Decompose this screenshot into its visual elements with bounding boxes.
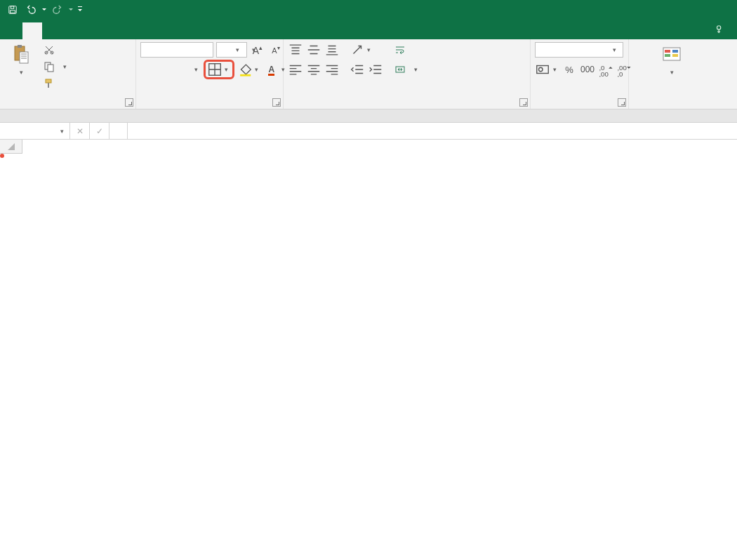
number-dialog-launcher[interactable] [618,98,626,107]
svg-rect-27 [672,54,678,57]
conditional-formatting-button[interactable]: ▾ [633,42,710,76]
number-format-input[interactable] [536,43,609,57]
format-painter-button[interactable] [41,76,69,91]
ribbon-tabs [0,20,737,39]
svg-rect-13 [48,83,49,88]
fill-color-button[interactable]: ▾ [237,62,261,77]
redo-icon[interactable] [49,2,66,18]
tab-home[interactable] [22,22,42,39]
font-dialog-launcher[interactable] [272,98,281,107]
group-font: ▾ ▾ A▴ A▾ ▾ [136,39,284,109]
group-alignment: ▾ [284,39,531,109]
increase-indent-icon[interactable] [368,62,383,77]
undo-icon[interactable] [22,2,39,18]
svg-rect-11 [48,65,53,72]
currency-icon [535,62,550,77]
format-as-table-button[interactable] [713,42,733,69]
cancel-formula-icon[interactable]: ✕ [70,123,90,139]
chevron-down-icon[interactable]: ▾ [365,46,373,53]
chevron-down-icon[interactable]: ▾ [253,66,261,73]
svg-rect-12 [46,79,51,83]
chevron-down-icon[interactable]: ▾ [232,46,244,53]
bold-button[interactable] [140,62,156,77]
group-clipboard-label [4,106,131,109]
decrease-font-icon[interactable]: A▾ [268,42,284,58]
tab-data[interactable] [101,22,121,39]
thousands-icon[interactable]: 000 [580,62,595,77]
orientation-button[interactable]: ▾ [350,42,373,58]
name-box-input[interactable] [3,126,53,136]
svg-rect-25 [665,54,670,57]
fx-icon[interactable] [109,123,128,139]
align-right-icon[interactable] [324,62,340,77]
tab-view[interactable] [140,22,160,39]
copy-button[interactable]: ▾ [41,59,69,74]
chevron-down-icon[interactable]: ▾ [609,46,620,53]
font-size-input[interactable] [217,43,232,57]
enter-formula-icon[interactable]: ✓ [90,123,109,139]
tell-me-search[interactable] [709,20,734,39]
svg-rect-15 [240,74,251,76]
paste-button[interactable]: ▾ [4,42,38,76]
tab-formulas[interactable] [81,22,101,39]
tab-powerpivot[interactable] [180,22,199,39]
tab-review[interactable] [121,22,140,39]
selection-highlight [0,154,4,158]
accounting-format-button[interactable]: ▾ [535,62,559,77]
formula-input[interactable] [128,123,737,139]
borders-button-highlight: ▾ [204,60,234,79]
borders-button[interactable]: ▾ [207,62,231,77]
font-size-combo[interactable]: ▾ [216,42,247,58]
spreadsheet-grid[interactable] [0,140,737,154]
tab-developer[interactable] [160,22,180,39]
paste-dropdown-icon[interactable]: ▾ [20,69,23,76]
svg-rect-24 [665,50,670,53]
svg-rect-1 [11,6,13,9]
chevron-down-icon[interactable]: ▾ [550,66,559,73]
align-left-icon[interactable] [288,62,303,77]
undo-dropdown-icon[interactable] [41,7,48,13]
align-top-icon[interactable] [288,42,303,58]
clipboard-dialog-launcher[interactable] [125,98,133,107]
font-name-combo[interactable]: ▾ [140,42,213,58]
svg-rect-26 [672,50,678,53]
borders-icon [207,62,223,77]
table-icon [713,44,730,66]
qat-customize-icon[interactable] [77,4,83,15]
name-box[interactable]: ▾ [0,123,70,139]
group-number: ▾ ▾ % 000 ,0,00 ,00,0 [531,39,629,109]
svg-text:,0: ,0 [617,70,623,77]
cut-button[interactable] [41,42,69,58]
italic-button[interactable] [159,62,174,77]
increase-decimal-icon[interactable]: ,0,00 [598,62,613,77]
alignment-dialog-launcher[interactable] [519,98,528,107]
svg-rect-3 [78,6,82,7]
tab-insert[interactable] [42,22,62,39]
save-icon[interactable] [4,2,21,18]
number-format-combo[interactable]: ▾ [535,42,623,58]
select-all-corner[interactable] [0,140,22,154]
percent-icon[interactable]: % [562,62,577,77]
align-bottom-icon[interactable] [324,42,340,58]
svg-point-4 [717,26,721,29]
align-middle-icon[interactable] [306,42,321,58]
underline-button[interactable]: ▾ [177,62,201,77]
tab-pagelayout[interactable] [62,22,81,39]
copy-icon [44,61,55,72]
redo-dropdown-icon[interactable] [67,7,74,13]
orientation-icon [350,42,365,58]
svg-text:,00: ,00 [599,70,608,77]
align-center-icon[interactable] [306,62,321,77]
chevron-down-icon[interactable]: ▾ [223,66,231,73]
chevron-down-icon[interactable]: ▾ [192,66,201,73]
formula-bar-area: ▾ ✕ ✓ [0,109,737,140]
merge-center-button[interactable]: ▾ [392,62,420,77]
decrease-indent-icon[interactable] [350,62,365,77]
chevron-down-icon[interactable]: ▾ [58,128,67,135]
merge-icon [394,64,406,75]
tab-file[interactable] [3,22,22,39]
increase-font-icon[interactable]: A▴ [250,42,265,58]
paste-icon [10,44,32,66]
group-font-label [140,106,279,109]
wrap-text-button[interactable] [392,42,420,58]
